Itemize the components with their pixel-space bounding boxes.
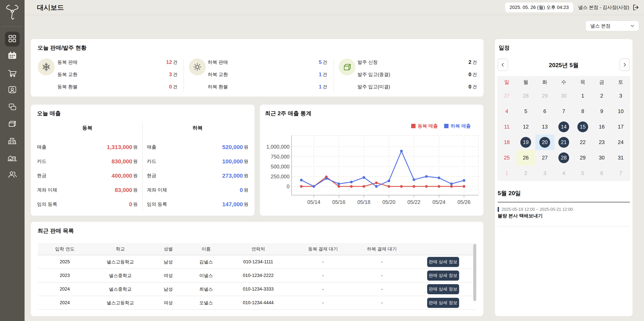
status-label: 발주 신청: [358, 59, 378, 66]
table-cell: -: [292, 300, 354, 305]
calendar-day-cell[interactable]: 14: [554, 119, 573, 134]
calendar-day-cell[interactable]: 4: [554, 166, 573, 181]
calendar-day-cell[interactable]: 21: [554, 134, 573, 150]
calendar-day-cell[interactable]: 2: [592, 88, 611, 104]
sale-detail-button[interactable]: 판매 상세 정보: [427, 270, 459, 280]
table-action-cell: 판매 상세 정보: [410, 284, 476, 294]
date-number: 22: [580, 139, 586, 145]
sidebar-item-box[interactable]: [5, 116, 20, 132]
sales-row: 임의 등록 147,000 원: [147, 200, 248, 208]
calendar-day-cell[interactable]: 4: [497, 104, 516, 119]
sales-value: 520,000: [222, 144, 243, 150]
calendar-day-cell[interactable]: 26: [516, 150, 535, 166]
calendar-day-cell[interactable]: 11: [497, 119, 516, 134]
sidebar-item-building[interactable]: [5, 134, 20, 148]
calendar-day-cell[interactable]: 6: [535, 104, 554, 119]
calendar-day-cell[interactable]: 28: [554, 150, 573, 166]
calendar-day-cell[interactable]: 29: [573, 150, 592, 166]
date-number: 2: [524, 170, 527, 176]
schedule-event[interactable]: 2025-05-19 12:00 ~ 2025-05-21 12:00 불량 본…: [498, 206, 630, 219]
calendar-day-cell[interactable]: 27: [535, 150, 554, 166]
sales-value: 1,313,000: [107, 144, 132, 150]
sidebar-item-copy[interactable]: [5, 100, 20, 114]
school-icon: [8, 153, 17, 163]
table-cell: 넬스고등학교: [92, 300, 149, 306]
status-unit: 건: [323, 84, 327, 90]
status-row: 발주 입고(종결) 0 건: [358, 70, 477, 79]
calendar-day-cell[interactable]: 24: [611, 134, 630, 150]
calendar-day-cell[interactable]: 6: [592, 166, 611, 181]
svg-text:750,000: 750,000: [271, 154, 290, 160]
calendar-day-cell[interactable]: 17: [611, 119, 630, 134]
calendar-day-cell[interactable]: 5: [573, 166, 592, 181]
calendar-day-cell[interactable]: 2: [516, 166, 535, 181]
calendar-day-cell[interactable]: 20: [535, 134, 554, 150]
weekday-header: 금: [592, 76, 611, 88]
status-unit: 건: [323, 59, 327, 65]
calendar-day-cell[interactable]: 30: [592, 150, 611, 166]
sale-detail-button[interactable]: 판매 상세 정보: [427, 284, 459, 294]
calendar-day-cell[interactable]: 27: [497, 88, 516, 104]
weekday-header: 목: [573, 76, 592, 88]
next-month-button[interactable]: [620, 58, 630, 71]
svg-text:1,000,000: 1,000,000: [266, 144, 290, 150]
event-day-circle: 28: [558, 152, 569, 163]
status-label: 발주 입고(미결): [358, 84, 390, 90]
sidebar-item-members[interactable]: [5, 168, 20, 182]
logout-icon[interactable]: [632, 4, 639, 11]
calendar-day-cell[interactable]: 29: [535, 88, 554, 104]
status-row: 하복 환불 1 건: [208, 82, 327, 91]
date-number: 24: [618, 139, 624, 145]
calendar-day-cell[interactable]: 1: [573, 88, 592, 104]
table-body: 2025넬스고등학교남성김넬스010-1234-1111-- 판매 상세 정보 …: [38, 255, 476, 310]
sales-row: 매출 1,313,000 원: [37, 143, 138, 152]
members-icon: [8, 170, 17, 180]
calendar-day-cell[interactable]: 22: [573, 134, 592, 150]
status-group-divider: [334, 59, 334, 92]
calendar-day-cell[interactable]: 13: [535, 119, 554, 134]
calendar-day-cell[interactable]: 12: [516, 119, 535, 134]
calendar-day-cell[interactable]: 16: [592, 119, 611, 134]
customer-card-icon: [8, 85, 17, 95]
calendar-day-cell[interactable]: 5: [516, 104, 535, 119]
sidebar-item-cart[interactable]: [5, 66, 20, 80]
calendar-day-cell[interactable]: 30: [554, 88, 573, 104]
sidebar-item-customer-card[interactable]: [5, 82, 20, 98]
calendar-day-cell[interactable]: 7: [554, 104, 573, 119]
calendar-day-cell[interactable]: 18: [497, 134, 516, 150]
sidebar-item-dashboard-grid[interactable]: [5, 32, 20, 46]
selected-day-heading: 5월 20일: [498, 189, 521, 197]
table-header-row: 입학 연도학교성별이름연락처동복 결제 대기하복 결제 대기: [38, 243, 476, 255]
sidebar-item-calendar[interactable]: [5, 48, 20, 64]
sale-detail-button[interactable]: 판매 상세 정보: [427, 298, 459, 308]
calendar-day-cell[interactable]: 3: [611, 88, 630, 104]
table-cell: 2023: [38, 273, 92, 278]
calendar-day-cell[interactable]: 8: [573, 104, 592, 119]
calendar-day-cell[interactable]: 19: [516, 134, 535, 150]
date-number: 17: [618, 124, 624, 130]
calendar-day-cell[interactable]: 23: [592, 134, 611, 150]
calendar-day-cell[interactable]: 7: [611, 166, 630, 181]
date-number: 12: [523, 124, 528, 130]
calendar-day-cell[interactable]: 28: [516, 88, 535, 104]
calendar-day-cell[interactable]: 1: [497, 166, 516, 181]
calendar-day-cell[interactable]: 3: [535, 166, 554, 181]
cart-icon: [8, 68, 17, 78]
table-cell: -: [292, 286, 354, 292]
sales-unit: 원: [244, 158, 248, 164]
table-row: 2024넬스고등학교여성오넬스010-1234-4444-- 판매 상세 정보: [38, 296, 476, 310]
calendar-day-cell[interactable]: 31: [611, 150, 630, 166]
calendar-day-cell[interactable]: 10: [611, 104, 630, 119]
calendar-day-cell[interactable]: 9: [592, 104, 611, 119]
status-value: 1: [319, 72, 322, 78]
sales-line-chart: 0250,000500,000750,0001,000,00005/1405/1…: [260, 126, 483, 211]
table-cell: 넬스고등학교: [92, 259, 149, 265]
sidebar-item-school[interactable]: [5, 150, 20, 166]
table-scrollbar[interactable]: [473, 244, 476, 301]
date-number: 28: [561, 155, 566, 161]
store-select-dropdown[interactable]: 넬스 본점: [586, 21, 639, 31]
calendar-day-cell[interactable]: 25: [497, 150, 516, 166]
calendar-day-cell[interactable]: 15: [573, 119, 592, 134]
sale-detail-button[interactable]: 판매 상세 정보: [427, 257, 459, 267]
status-label: 하복 교환: [208, 71, 228, 78]
